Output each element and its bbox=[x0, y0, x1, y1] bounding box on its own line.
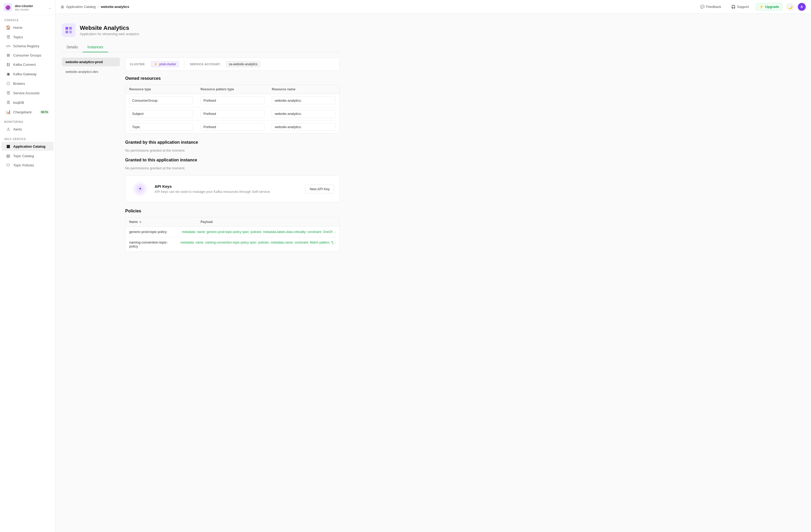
chevron-icon[interactable]: ⌄ bbox=[48, 5, 51, 10]
topic-catalog-icon: ▤ bbox=[6, 153, 11, 158]
breadcrumb-link[interactable]: Application Catalog bbox=[66, 5, 96, 9]
sidebar-item-topic-catalog[interactable]: ▤ Topic Catalog bbox=[2, 151, 53, 160]
schema-icon: </> bbox=[6, 44, 11, 48]
sidebar-item-chargeback[interactable]: 📊 Chargeback BETA bbox=[2, 107, 53, 117]
sidebar-item-consumer-groups[interactable]: ⊞ Consumer Groups bbox=[2, 51, 53, 60]
sidebar-item-label: Consumer Groups bbox=[13, 54, 41, 57]
resource-type-value: Topic bbox=[129, 123, 193, 131]
support-label: Support bbox=[737, 5, 749, 9]
policy-payload: metadata: name: naming-convention-topic-… bbox=[180, 241, 336, 244]
tab-instances[interactable]: Instances bbox=[83, 42, 108, 52]
sidebar-item-label: Schema Registry bbox=[13, 44, 40, 48]
policy-name-cell: naming-convention-topic-policy bbox=[125, 237, 177, 252]
sidebar-item-label: Topics bbox=[13, 35, 23, 39]
col-name: Name ⇅ bbox=[125, 217, 197, 226]
owned-resources-title: Owned resources bbox=[125, 76, 340, 81]
beta-badge: BETA bbox=[40, 110, 49, 114]
resource-type-cell: ConsumerGroup bbox=[125, 94, 197, 107]
console-section-label: CONSOLE bbox=[0, 15, 55, 23]
main-area: ▦ Application Catalog / website-analytic… bbox=[56, 0, 811, 532]
sidebar-item-brokers[interactable]: ⬡ Brokers bbox=[2, 79, 53, 88]
sidebar-item-kafka-gateway[interactable]: ◉ Kafka Gateway bbox=[2, 70, 53, 78]
sidebar-item-application-catalog[interactable]: ▦ Application Catalog bbox=[2, 142, 53, 151]
sidebar-item-label: Topic Policies bbox=[13, 163, 34, 167]
support-button[interactable]: 🎧 Support bbox=[728, 3, 752, 10]
sidebar-item-topics[interactable]: ☰ Topics bbox=[2, 32, 53, 42]
lightning-icon: ⚡ bbox=[759, 5, 763, 9]
table-row: ConsumerGroup Prefixed website-analytics… bbox=[125, 94, 339, 107]
policy-name-cell: generic-prod-topic-policy bbox=[125, 227, 178, 237]
resource-name-value: website-analytics. bbox=[272, 97, 336, 104]
selfservice-section-label: SELF-SERVICE bbox=[0, 134, 55, 141]
avatar[interactable]: A bbox=[798, 3, 806, 11]
chargeback-icon: 📊 bbox=[6, 110, 11, 115]
sidebar-item-ksqldb[interactable]: ☰ ksqlDB bbox=[2, 98, 53, 107]
col-payload: Payload bbox=[197, 217, 339, 226]
upgrade-label: Upgrade bbox=[765, 5, 779, 9]
breadcrumb-app-icon: ▦ bbox=[61, 5, 64, 9]
cluster-badge: ⚡ prod-cluster bbox=[151, 61, 179, 67]
breadcrumb-current: website-analytics bbox=[101, 5, 129, 9]
pattern-type-value: Prefixed bbox=[200, 110, 264, 118]
svg-rect-1 bbox=[69, 27, 72, 30]
sidebar-item-service-accounts[interactable]: ☰ Service Accounts bbox=[2, 89, 53, 97]
tab-details[interactable]: Details bbox=[62, 42, 83, 52]
resource-name-value: website-analytics. bbox=[272, 110, 336, 118]
content-area: Website Analytics Application for stream… bbox=[56, 14, 811, 532]
policies-title: Policies bbox=[125, 209, 340, 213]
sidebar-item-label: ksqlDB bbox=[13, 101, 24, 105]
resource-type-cell: Subject bbox=[125, 107, 197, 120]
svg-rect-0 bbox=[65, 27, 68, 30]
col-pattern-type: Resource pattern type bbox=[197, 85, 268, 94]
theme-toggle[interactable]: 🌙 bbox=[786, 3, 794, 11]
col-name-label: Name bbox=[129, 220, 138, 224]
svg-text:✦: ✦ bbox=[138, 186, 142, 191]
pattern-type-value: Prefixed bbox=[200, 123, 264, 131]
sidebar-item-label: Alerts bbox=[13, 127, 22, 131]
sidebar-item-alerts[interactable]: ⚠ Alerts bbox=[2, 125, 53, 134]
sa-label: SERVICE ACCOUNT: bbox=[190, 63, 220, 66]
policy-name[interactable]: generic-prod-topic-policy bbox=[129, 230, 167, 234]
sidebar-item-label: Kafka Connect bbox=[13, 63, 36, 66]
granted-to-section: Granted to this application instance No … bbox=[125, 158, 340, 170]
app-subtitle: Application for streaming web analytics bbox=[80, 32, 139, 36]
feedback-button[interactable]: 💬 Feedback bbox=[697, 3, 724, 10]
sidebar-item-kafka-connect[interactable]: ⛓ Kafka Connect bbox=[2, 60, 53, 69]
sidebar-item-home[interactable]: 🏠 Home bbox=[2, 23, 53, 32]
brokers-icon: ⬡ bbox=[6, 81, 11, 86]
instances-layout: website-analytics-prod website-analytics… bbox=[62, 58, 340, 252]
resource-type-value: Subject bbox=[129, 110, 193, 118]
col-resource-name: Resource name bbox=[268, 85, 339, 94]
sidebar-item-topic-policies[interactable]: 🛡 Topic Policies bbox=[2, 161, 53, 170]
new-api-key-button[interactable]: New API Key bbox=[305, 185, 334, 193]
sidebar-header: 🟣 dev-cluster dev-cluster ⌄ bbox=[0, 0, 55, 15]
granted-by-title: Granted by this application instance bbox=[125, 140, 340, 145]
svg-rect-2 bbox=[65, 31, 68, 33]
pattern-type-cell: Prefixed bbox=[197, 107, 268, 120]
instance-item-dev[interactable]: website-analytics-dev bbox=[62, 67, 120, 76]
ksqldb-icon: ☰ bbox=[6, 100, 11, 105]
sort-icon[interactable]: ⇅ bbox=[139, 221, 141, 224]
policy-payload-cell: metadata: name: generic-prod-topic-polic… bbox=[178, 227, 339, 237]
pattern-type-value: Prefixed bbox=[200, 97, 264, 104]
sidebar-item-schema-registry[interactable]: </> Schema Registry bbox=[2, 42, 53, 50]
cluster-sub: dev-cluster bbox=[15, 8, 33, 11]
sidebar-item-label: Service Accounts bbox=[13, 91, 40, 95]
cluster-bar: CLUSTER: ⚡ prod-cluster SERVICE ACCOUNT:… bbox=[125, 58, 340, 71]
granted-by-section: Granted by this application instance No … bbox=[125, 140, 340, 152]
topic-policies-icon: 🛡 bbox=[6, 163, 11, 167]
instance-item-prod[interactable]: website-analytics-prod bbox=[62, 58, 120, 66]
instances-content: CLUSTER: ⚡ prod-cluster SERVICE ACCOUNT:… bbox=[125, 58, 340, 252]
resource-name-cell: website-analytics. bbox=[268, 94, 339, 107]
resource-name-value: website-analytics. bbox=[272, 123, 336, 131]
api-keys-desc: API keys can be used to manage your Kafk… bbox=[155, 190, 300, 194]
table-row: generic-prod-topic-policy metadata: name… bbox=[125, 227, 339, 237]
table-row: naming-convention-topic-policy metadata:… bbox=[125, 237, 339, 252]
upgrade-button[interactable]: ⚡ Upgrade bbox=[756, 3, 782, 11]
granted-to-title: Granted to this application instance bbox=[125, 158, 340, 163]
app-header: Website Analytics Application for stream… bbox=[62, 19, 340, 42]
policy-name[interactable]: naming-convention-topic-policy bbox=[129, 240, 168, 248]
consumer-groups-icon: ⊞ bbox=[6, 53, 11, 58]
divider bbox=[184, 61, 184, 67]
api-keys-card: ✦ API Keys API keys can be used to manag… bbox=[125, 176, 340, 202]
